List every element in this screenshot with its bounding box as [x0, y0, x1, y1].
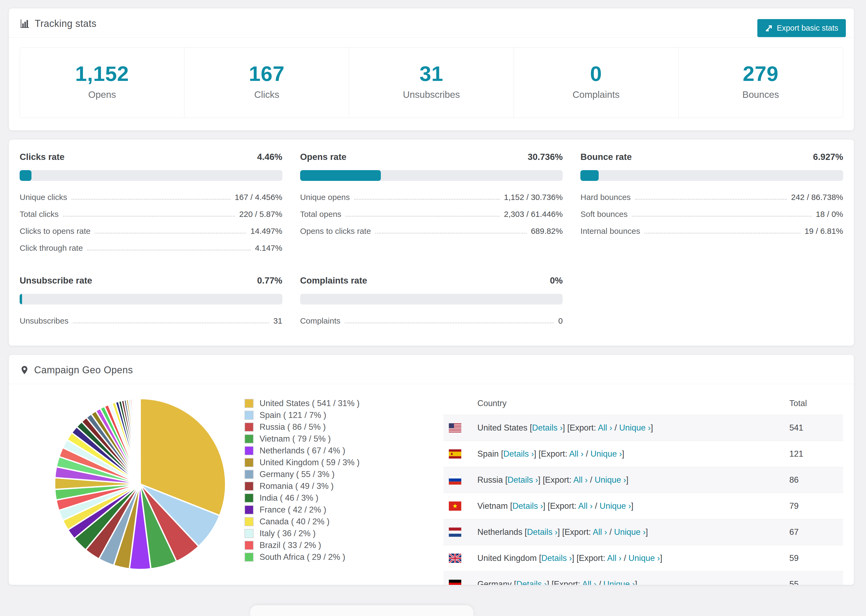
total-cell: 67	[789, 527, 838, 537]
rate-value: 30.736%	[527, 152, 563, 162]
legend-item: Romania ( 49 / 3% )	[244, 481, 433, 491]
rate-detail-label: Soft bounces	[580, 210, 627, 219]
dotted-leader	[635, 199, 787, 200]
rate-detail-label: Unique clicks	[20, 193, 67, 202]
export-all-link[interactable]: All ›	[578, 501, 592, 511]
rate-detail-label: Unique opens	[300, 193, 350, 202]
rate-block-complaints-rate: Complaints rate 0% Complaints 0	[300, 275, 563, 333]
stat-value: 31	[349, 61, 513, 86]
export-unique-link[interactable]: Unique ›	[600, 501, 631, 511]
geo-pie-wrap	[20, 392, 244, 585]
total-column-header: Total	[789, 399, 838, 408]
legend-label: Italy ( 36 / 2% )	[260, 529, 315, 538]
country-cell: Netherlands [Details ›] [Export: All › /…	[477, 527, 789, 537]
geo-table: Country Total United States [Details ›] …	[444, 392, 843, 585]
table-row-germany: Germany [Details ›] [Export: All › / Uni…	[444, 571, 843, 585]
rate-detail-label: Complaints	[300, 316, 340, 325]
campaign-geo-opens-card: Campaign Geo Opens United States ( 541 /…	[9, 355, 854, 585]
stat-label: Unsubscribes	[349, 89, 513, 100]
dotted-leader	[375, 233, 527, 234]
export-unique-link[interactable]: Unique ›	[614, 527, 646, 537]
rate-progress-track	[20, 294, 282, 305]
rate-detail-row: Unsubscribes 31	[20, 316, 282, 325]
rate-detail-value: 0	[558, 316, 563, 325]
stat-label: Opens	[20, 89, 184, 100]
us-flag-icon	[449, 423, 461, 432]
bottom-overlay-panel	[250, 605, 473, 616]
bar-chart-icon	[20, 19, 30, 29]
table-row-russia: Russia [Details ›] [Export: All › / Uniq…	[444, 467, 843, 493]
rate-detail-value: 14.497%	[250, 226, 282, 236]
total-cell: 121	[789, 449, 838, 459]
export-all-link[interactable]: All ›	[598, 423, 612, 432]
export-all-link[interactable]: All ›	[593, 527, 607, 537]
export-button-label: Export basic stats	[777, 24, 838, 33]
details-link[interactable]: Details ›	[504, 449, 534, 459]
details-link[interactable]: Details ›	[542, 553, 572, 563]
export-unique-link[interactable]: Unique ›	[603, 580, 635, 585]
legend-item: India ( 46 / 3% )	[244, 493, 433, 503]
de-flag-icon	[449, 580, 461, 585]
table-row-vietnam: Vietnam [Details ›] [Export: All › / Uni…	[444, 493, 843, 519]
rate-title: Opens rate	[300, 152, 346, 162]
export-unique-link[interactable]: Unique ›	[628, 553, 660, 563]
rate-progress-track	[300, 294, 563, 305]
stat-value: 0	[514, 61, 678, 86]
export-unique-link[interactable]: Unique ›	[619, 423, 650, 432]
details-link[interactable]: Details ›	[516, 580, 547, 585]
table-row-spain: Spain [Details ›] [Export: All › / Uniqu…	[444, 441, 843, 467]
details-link[interactable]: Details ›	[512, 501, 543, 511]
total-cell: 55	[789, 580, 838, 585]
export-unique-link[interactable]: Unique ›	[595, 475, 626, 485]
rate-detail-value: 2,303 / 61.446%	[504, 210, 563, 219]
rates-card: Clicks rate 4.46% Unique clicks 167 / 4.…	[9, 139, 854, 346]
legend-label: India ( 46 / 3% )	[260, 493, 318, 503]
legend-item: Netherlands ( 67 / 4% )	[244, 446, 433, 456]
rate-title: Clicks rate	[20, 152, 65, 162]
legend-swatch-icon	[244, 529, 254, 538]
rate-detail-label: Hard bounces	[580, 193, 631, 202]
dotted-leader	[346, 216, 500, 217]
export-all-link[interactable]: All ›	[573, 475, 587, 485]
stat-complaints: 0 Complaints	[514, 47, 679, 118]
export-all-link[interactable]: All ›	[582, 580, 596, 585]
legend-label: United Kingdom ( 59 / 3% )	[260, 458, 360, 467]
export-all-link[interactable]: All ›	[607, 553, 621, 563]
rate-detail-row: Total opens 2,303 / 61.446%	[300, 210, 563, 219]
stat-value: 167	[184, 61, 349, 86]
legend-item: Spain ( 121 / 7% )	[244, 410, 433, 420]
country-column-header: Country	[449, 399, 789, 408]
export-unique-link[interactable]: Unique ›	[590, 449, 622, 459]
rate-detail-value: 689.82%	[531, 226, 563, 236]
rate-value: 0%	[550, 275, 563, 286]
rate-block-opens-rate: Opens rate 30.736% Unique opens 1,152 / …	[300, 152, 563, 261]
rate-value: 4.46%	[257, 152, 282, 162]
rate-detail-value: 19 / 6.81%	[805, 226, 843, 236]
dotted-leader	[63, 216, 235, 217]
country-cell: Russia [Details ›] [Export: All › / Uniq…	[477, 475, 789, 485]
export-all-link[interactable]: All ›	[569, 449, 583, 459]
legend-swatch-icon	[244, 446, 254, 455]
legend-swatch-icon	[244, 423, 254, 432]
details-link[interactable]: Details ›	[527, 527, 557, 537]
legend-swatch-icon	[244, 517, 254, 526]
stat-unsubscribes: 31 Unsubscribes	[349, 47, 514, 118]
legend-swatch-icon	[244, 434, 254, 443]
rate-progress-fill	[20, 170, 31, 181]
details-link[interactable]: Details ›	[507, 475, 538, 485]
legend-label: Germany ( 55 / 3% )	[260, 470, 335, 479]
stat-label: Complaints	[514, 89, 678, 100]
country-name: United Kingdom	[477, 553, 537, 563]
tracking-stats-card: Tracking stats Export basic stats 1,152 …	[9, 8, 854, 130]
rate-detail-label: Clicks to opens rate	[20, 226, 90, 236]
rate-detail-row: Unique clicks 167 / 4.456%	[20, 193, 282, 202]
rate-detail-row: Clicks to opens rate 14.497%	[20, 226, 282, 236]
rate-detail-row: Internal bounces 19 / 6.81%	[580, 226, 843, 236]
details-link[interactable]: Details ›	[532, 423, 563, 432]
legend-item: Brazil ( 33 / 2% )	[244, 541, 433, 550]
export-basic-stats-button[interactable]: Export basic stats	[757, 19, 846, 37]
stat-label: Bounces	[679, 89, 843, 100]
geo-header: Campaign Geo Opens	[9, 355, 854, 384]
legend-label: South Africa ( 29 / 2% )	[260, 552, 345, 562]
rate-detail-row: Unique opens 1,152 / 30.736%	[300, 193, 563, 202]
